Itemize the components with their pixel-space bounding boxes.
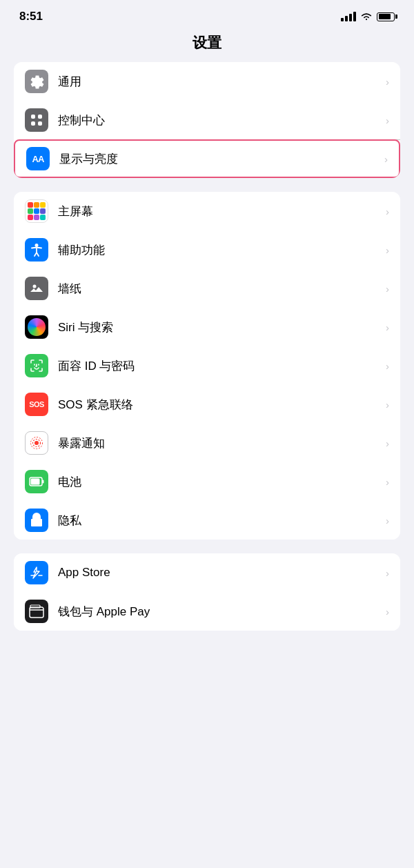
- faceid-icon: [25, 354, 48, 377]
- home-screen-icon: [25, 199, 48, 223]
- wallet-icon: [25, 600, 48, 623]
- svg-rect-10: [31, 479, 40, 485]
- settings-row-sos[interactable]: SOS SOS 紧急联络 ›: [14, 385, 400, 424]
- sos-chevron: ›: [386, 399, 389, 411]
- exposure-chevron: ›: [386, 437, 389, 449]
- wallpaper-chevron: ›: [386, 283, 389, 295]
- settings-row-control-center[interactable]: 控制中心 ›: [14, 101, 400, 139]
- wallpaper-label: 墙纸: [58, 281, 380, 297]
- privacy-chevron: ›: [386, 515, 389, 526]
- control-center-chevron: ›: [386, 115, 389, 126]
- svg-rect-12: [30, 607, 43, 618]
- appstore-label: App Store: [58, 566, 380, 580]
- settings-group-1: 通用 › 控制中心 › AA 显示与亮度 ›: [14, 62, 400, 178]
- accessibility-chevron: ›: [386, 244, 389, 256]
- status-time: 8:51: [19, 10, 43, 23]
- appstore-icon: [25, 561, 48, 584]
- exposure-icon: [25, 431, 48, 455]
- settings-row-general[interactable]: 通用 ›: [14, 62, 400, 101]
- svg-rect-0: [31, 115, 35, 119]
- battery-label: 电池: [58, 474, 380, 490]
- svg-rect-2: [31, 121, 35, 126]
- wallet-chevron: ›: [386, 606, 389, 618]
- sos-label: SOS 紧急联络: [58, 397, 380, 413]
- general-chevron: ›: [386, 76, 389, 88]
- settings-row-exposure[interactable]: 暴露通知 ›: [14, 424, 400, 462]
- battery-chevron: ›: [386, 476, 389, 488]
- settings-row-siri[interactable]: Siri 与搜索 ›: [14, 308, 400, 346]
- status-icons: [341, 12, 395, 21]
- battery-row-icon: [25, 470, 48, 493]
- settings-row-appstore[interactable]: App Store ›: [14, 553, 400, 592]
- general-label: 通用: [58, 74, 380, 90]
- settings-row-privacy[interactable]: 隐私 ›: [14, 501, 400, 540]
- general-icon: [25, 70, 48, 93]
- settings-row-faceid[interactable]: 面容 ID 与密码 ›: [14, 346, 400, 385]
- settings-group-2: 主屏幕 › 辅助功能 › 墙纸 › Siri 与搜索 ›: [14, 192, 400, 540]
- settings-row-home-screen[interactable]: 主屏幕 ›: [14, 192, 400, 230]
- wallet-label: 钱包与 Apple Pay: [58, 604, 380, 620]
- home-screen-chevron: ›: [386, 206, 389, 217]
- exposure-label: 暴露通知: [58, 435, 380, 451]
- settings-row-wallpaper[interactable]: 墙纸 ›: [14, 269, 400, 308]
- accessibility-label: 辅助功能: [58, 242, 380, 258]
- svg-rect-1: [38, 115, 42, 119]
- privacy-icon: [25, 509, 48, 532]
- wallpaper-icon: [25, 277, 48, 300]
- siri-icon: [25, 315, 48, 339]
- settings-row-battery[interactable]: 电池 ›: [14, 462, 400, 501]
- control-center-icon: [25, 108, 48, 132]
- faceid-label: 面容 ID 与密码: [58, 358, 380, 374]
- home-screen-label: 主屏幕: [58, 204, 380, 219]
- svg-rect-3: [38, 121, 42, 126]
- accessibility-icon: [25, 238, 48, 262]
- display-icon: AA: [26, 147, 50, 170]
- privacy-label: 隐私: [58, 513, 380, 529]
- settings-row-wallet[interactable]: 钱包与 Apple Pay ›: [14, 592, 400, 631]
- svg-point-4: [35, 244, 39, 247]
- settings-row-accessibility[interactable]: 辅助功能 ›: [14, 230, 400, 269]
- sos-icon: SOS: [25, 393, 48, 416]
- control-center-label: 控制中心: [58, 112, 380, 128]
- wifi-icon: [360, 12, 373, 21]
- faceid-chevron: ›: [386, 360, 389, 372]
- battery-icon: [377, 12, 395, 21]
- signal-icon: [341, 12, 356, 21]
- svg-rect-11: [42, 480, 44, 484]
- svg-point-6: [34, 441, 39, 445]
- page-title: 设置: [0, 29, 414, 62]
- appstore-chevron: ›: [386, 567, 389, 579]
- display-chevron: ›: [384, 153, 388, 165]
- settings-row-display[interactable]: AA 显示与亮度 ›: [14, 139, 400, 178]
- siri-label: Siri 与搜索: [58, 319, 380, 335]
- status-bar: 8:51: [0, 0, 414, 29]
- svg-point-5: [33, 285, 37, 288]
- svg-rect-13: [30, 605, 40, 608]
- siri-chevron: ›: [386, 322, 389, 333]
- display-label: 显示与亮度: [59, 151, 379, 167]
- settings-group-3: App Store › 钱包与 Apple Pay ›: [14, 553, 400, 631]
